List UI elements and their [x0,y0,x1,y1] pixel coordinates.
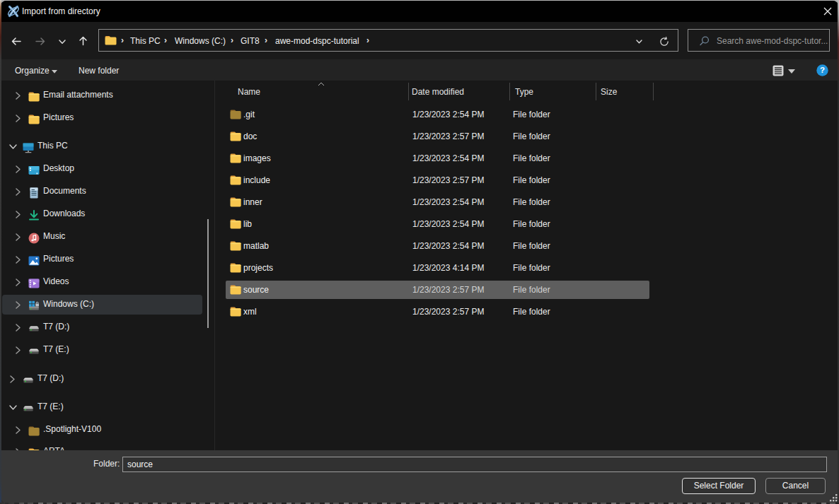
svg-text:?: ? [820,66,825,74]
